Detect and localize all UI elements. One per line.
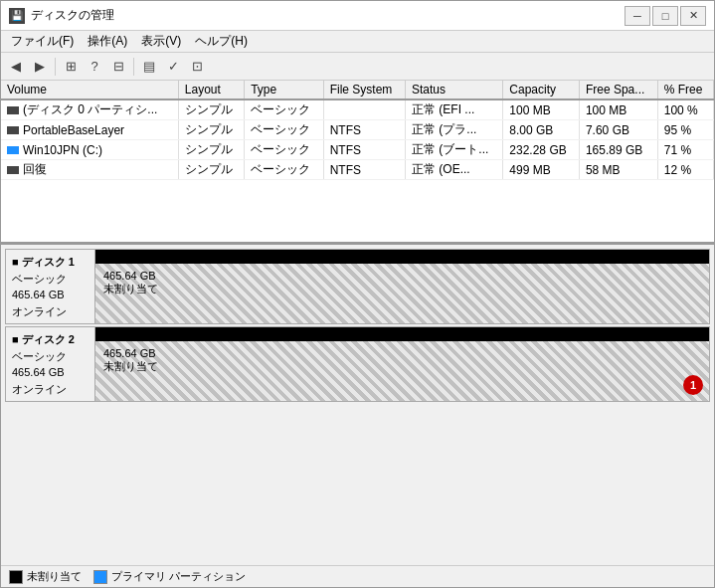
toolbar-separator-1 <box>55 58 56 76</box>
cell-volume: Win10JPN (C:) <box>1 140 178 160</box>
disk-status: オンライン <box>12 381 89 398</box>
legend-label-primary: プライマリ パーティション <box>111 569 246 584</box>
col-volume[interactable]: Volume <box>1 81 178 99</box>
disk-panel[interactable]: ■ ディスク 1 ベーシック 465.64 GB オンライン 465.64 GB… <box>1 245 714 565</box>
cell-type: ベーシック <box>245 160 323 180</box>
cell-free: 58 MB <box>579 160 657 180</box>
content-area: Volume Layout Type File System Status Ca… <box>1 81 714 587</box>
col-free[interactable]: Free Spa... <box>579 81 657 99</box>
toolbar-btn-list[interactable]: ▤ <box>138 56 160 78</box>
cell-percent: 71 % <box>657 140 713 160</box>
table-row[interactable]: Win10JPN (C:) シンプル ベーシック NTFS 正常 (ブート...… <box>1 140 714 160</box>
cell-free: 165.89 GB <box>579 140 657 160</box>
disk-capacity-label: 465.64 GB <box>103 270 701 282</box>
disk-name: ■ ディスク 2 <box>12 331 89 348</box>
cell-filesystem: NTFS <box>323 120 405 140</box>
menu-action[interactable]: 操作(A) <box>82 31 133 52</box>
disk-unallocated-label: 未割り当て <box>103 359 701 374</box>
disk-status: オンライン <box>12 303 89 320</box>
cell-volume: 回復 <box>1 160 178 180</box>
volume-table: Volume Layout Type File System Status Ca… <box>1 81 714 180</box>
col-percent[interactable]: % Free <box>657 81 713 99</box>
cell-volume: PortableBaseLayer <box>1 120 178 140</box>
cell-type: ベーシック <box>245 99 323 120</box>
disk-visual-1: 465.64 GB 未割り当て <box>95 250 709 323</box>
disk-badge: 1 <box>683 375 703 395</box>
col-filesystem[interactable]: File System <box>323 81 405 99</box>
disk-type: ベーシック <box>12 348 89 365</box>
menu-bar: ファイル(F) 操作(A) 表示(V) ヘルプ(H) <box>1 31 714 53</box>
disk-capacity-label: 465.64 GB <box>103 347 701 359</box>
cell-filesystem: NTFS <box>323 140 405 160</box>
disk-row-2: ■ ディスク 2 ベーシック 465.64 GB オンライン 465.64 GB… <box>5 326 710 402</box>
cell-capacity: 232.28 GB <box>503 140 580 160</box>
cell-status: 正常 (ブート... <box>406 140 503 160</box>
cell-capacity: 8.00 GB <box>503 120 580 140</box>
toolbar-btn-check[interactable]: ✓ <box>162 56 184 78</box>
disk-size: 465.64 GB <box>12 287 89 303</box>
menu-file[interactable]: ファイル(F) <box>5 31 80 52</box>
toolbar-btn-help[interactable]: ? <box>84 56 105 78</box>
toolbar-btn-grid[interactable]: ⊞ <box>60 56 82 78</box>
disk-row-1: ■ ディスク 1 ベーシック 465.64 GB オンライン 465.64 GB… <box>5 249 710 324</box>
menu-help[interactable]: ヘルプ(H) <box>189 31 254 52</box>
cell-percent: 95 % <box>657 120 713 140</box>
window-title: ディスクの管理 <box>31 7 114 24</box>
disk-size: 465.64 GB <box>12 364 89 381</box>
cell-percent: 100 % <box>657 99 713 120</box>
cell-layout: シンプル <box>178 160 244 180</box>
toolbar-btn-box[interactable]: ⊡ <box>186 56 208 78</box>
legend-bar: 未割り当て プライマリ パーティション <box>1 565 714 587</box>
cell-volume: (ディスク 0 パーティシ... <box>1 99 178 120</box>
window-icon: 💾 <box>9 8 25 24</box>
cell-capacity: 499 MB <box>503 160 580 180</box>
maximize-button[interactable]: □ <box>652 6 678 26</box>
toolbar-btn-minus[interactable]: ⊟ <box>107 56 129 78</box>
table-header-row: Volume Layout Type File System Status Ca… <box>1 81 714 99</box>
close-button[interactable]: ✕ <box>680 6 706 26</box>
menu-view[interactable]: 表示(V) <box>135 31 187 52</box>
disk-body: 465.64 GB 未割り当て <box>95 264 709 323</box>
toolbar-separator-2 <box>133 58 134 76</box>
table-row[interactable]: 回復 シンプル ベーシック NTFS 正常 (OE... 499 MB 58 M… <box>1 160 714 180</box>
disk-body: 465.64 GB 未割り当て 1 <box>95 341 709 401</box>
toolbar: ◀ ▶ ⊞ ? ⊟ ▤ ✓ ⊡ <box>1 53 714 81</box>
cell-percent: 12 % <box>657 160 713 180</box>
title-controls: ─ □ ✕ <box>625 6 706 26</box>
col-layout[interactable]: Layout <box>178 81 244 99</box>
cell-filesystem: NTFS <box>323 160 405 180</box>
legend-box-black <box>9 570 23 584</box>
col-status[interactable]: Status <box>406 81 503 99</box>
minimize-button[interactable]: ─ <box>625 6 650 26</box>
table-panel: Volume Layout Type File System Status Ca… <box>1 81 714 245</box>
cell-type: ベーシック <box>245 140 323 160</box>
cell-layout: シンプル <box>178 140 244 160</box>
col-type[interactable]: Type <box>245 81 323 99</box>
disk-visual-2: 465.64 GB 未割り当て 1 <box>95 327 709 401</box>
cell-status: 正常 (プラ... <box>406 120 503 140</box>
disk-header-bar <box>95 327 709 341</box>
cell-status: 正常 (EFI ... <box>406 99 503 120</box>
disk-name: ■ ディスク 1 <box>12 254 89 271</box>
forward-button[interactable]: ▶ <box>29 56 51 78</box>
table-row[interactable]: PortableBaseLayer シンプル ベーシック NTFS 正常 (プラ… <box>1 120 714 140</box>
disk-unallocated-label: 未割り当て <box>103 282 701 296</box>
disk-type: ベーシック <box>12 271 89 288</box>
cell-layout: シンプル <box>178 99 244 120</box>
disk-partitions-1[interactable]: 465.64 GB 未割り当て <box>95 250 709 323</box>
disk-partitions-2[interactable]: 465.64 GB 未割り当て 1 <box>95 327 709 401</box>
legend-primary: プライマリ パーティション <box>93 569 246 584</box>
back-button[interactable]: ◀ <box>5 56 27 78</box>
disk-label-1: ■ ディスク 1 ベーシック 465.64 GB オンライン <box>6 250 95 323</box>
table-row[interactable]: (ディスク 0 パーティシ... シンプル ベーシック 正常 (EFI ... … <box>1 99 714 120</box>
table-scroll[interactable]: Volume Layout Type File System Status Ca… <box>1 81 714 242</box>
disk-header-bar <box>95 250 709 264</box>
cell-free: 7.60 GB <box>579 120 657 140</box>
cell-layout: シンプル <box>178 120 244 140</box>
table-body: (ディスク 0 パーティシ... シンプル ベーシック 正常 (EFI ... … <box>1 99 714 180</box>
main-window: 💾 ディスクの管理 ─ □ ✕ ファイル(F) 操作(A) 表示(V) ヘルプ(… <box>0 0 715 588</box>
legend-unallocated: 未割り当て <box>9 569 82 584</box>
col-capacity[interactable]: Capacity <box>503 81 580 99</box>
title-bar: 💾 ディスクの管理 ─ □ ✕ <box>1 1 714 31</box>
cell-free: 100 MB <box>579 99 657 120</box>
